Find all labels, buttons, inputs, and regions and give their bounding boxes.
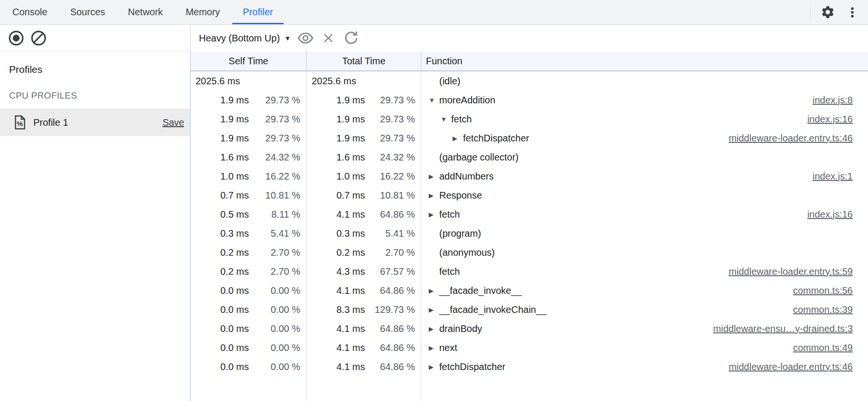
total-time-percent: 16.22 % <box>365 171 421 182</box>
source-link[interactable]: index.js:8 <box>813 95 868 106</box>
table-row[interactable]: 0.0 ms 0.00 % 4.1 ms 64.86 % ▶ next comm… <box>191 338 868 357</box>
table-row[interactable]: 0.5 ms 8.11 % 4.1 ms 64.86 % ▶ fetch ind… <box>191 205 868 224</box>
expand-collapse-icon[interactable]: ▶ <box>429 192 439 199</box>
self-time-ms: 0.5 ms <box>191 209 249 220</box>
profile-data-grid: Self Time Total Time Function 2025.6 ms … <box>190 51 868 401</box>
table-row[interactable]: 2025.6 ms 2025.6 ms (idle) <box>191 71 868 90</box>
column-header-self-time[interactable]: Self Time <box>191 51 307 70</box>
expand-collapse-icon[interactable]: ▶ <box>453 135 463 142</box>
source-link[interactable]: middleware-ensu…y-drained.ts:3 <box>713 323 868 334</box>
total-time-percent: 29.73 % <box>365 95 421 106</box>
tab-sources[interactable]: Sources <box>59 0 115 24</box>
source-link[interactable]: common.ts:49 <box>793 342 868 353</box>
save-profile-link[interactable]: Save <box>162 117 184 128</box>
total-time-percent: 64.86 % <box>365 285 421 296</box>
expand-collapse-icon[interactable]: ▶ <box>429 306 439 313</box>
table-row[interactable]: 0.0 ms 0.00 % 8.3 ms 129.73 % ▶ __facade… <box>191 300 868 319</box>
column-header-total-time[interactable]: Total Time <box>307 51 422 70</box>
preview-eye-icon[interactable] <box>297 30 314 46</box>
sidebar-item-profile-1[interactable]: % Profile 1 Save <box>0 109 190 136</box>
expand-collapse-icon[interactable]: ▼ <box>429 97 439 104</box>
table-row[interactable]: 1.9 ms 29.73 % 1.9 ms 29.73 % ▶ fetchDis… <box>191 129 868 148</box>
self-time-percent: 0.00 % <box>249 342 306 353</box>
table-row[interactable]: 0.3 ms 5.41 % 0.3 ms 5.41 % (program) <box>191 224 868 243</box>
source-link[interactable]: middleware-loader.entry.ts:46 <box>729 361 868 372</box>
table-row[interactable]: 1.6 ms 24.32 % 1.6 ms 24.32 % (garbage c… <box>191 148 868 167</box>
record-icon[interactable] <box>8 30 24 46</box>
table-row[interactable]: 1.0 ms 16.22 % 1.0 ms 16.22 % ▶ addNumbe… <box>191 167 868 186</box>
tab-profiler[interactable]: Profiler <box>232 0 283 24</box>
self-time-cell: 0.5 ms 8.11 % <box>191 205 307 224</box>
source-link[interactable]: index.js:16 <box>807 209 868 220</box>
profiler-main: Profiles CPU PROFILES % Profile 1 Save S… <box>0 51 868 401</box>
total-time-cell: 4.1 ms 64.86 % <box>307 281 422 300</box>
self-time-percent: 0.00 % <box>249 285 306 296</box>
self-time-ms: 0.7 ms <box>191 190 249 201</box>
reload-icon[interactable] <box>343 30 359 46</box>
expand-collapse-icon[interactable]: ▶ <box>429 211 439 218</box>
clear-icon[interactable] <box>30 30 47 46</box>
function-cell: ▶ drainBody middleware-ensu…y-drained.ts… <box>422 319 868 338</box>
self-time-ms: 2025.6 ms <box>191 76 240 87</box>
column-header-function[interactable]: Function <box>422 51 868 70</box>
self-time-percent: 0.00 % <box>249 304 306 315</box>
table-row[interactable]: 0.0 ms 0.00 % 4.1 ms 64.86 % ▶ fetchDisp… <box>191 357 868 376</box>
function-name: (idle) <box>439 76 460 87</box>
function-name: moreAddition <box>439 95 495 106</box>
table-row[interactable]: 0.2 ms 2.70 % 4.3 ms 67.57 % fetch middl… <box>191 262 868 281</box>
table-row[interactable]: 0.2 ms 2.70 % 0.2 ms 2.70 % (anonymous) <box>191 243 868 262</box>
tab-strip: ConsoleSourcesNetworkMemoryProfiler <box>0 0 285 24</box>
tab-console[interactable]: Console <box>2 0 58 24</box>
function-name: fetchDispatcher <box>439 361 505 372</box>
self-time-cell: 0.0 ms 0.00 % <box>191 338 307 357</box>
table-row[interactable]: 0.7 ms 10.81 % 0.7 ms 10.81 % ▶ Response <box>191 186 868 205</box>
table-row[interactable]: 1.9 ms 29.73 % 1.9 ms 29.73 % ▼ moreAddi… <box>191 90 868 110</box>
self-time-ms: 1.0 ms <box>191 171 249 182</box>
expand-collapse-icon[interactable]: ▶ <box>429 363 439 371</box>
expand-collapse-icon[interactable]: ▶ <box>429 287 439 294</box>
expand-collapse-icon[interactable]: ▼ <box>441 116 451 123</box>
total-time-ms: 4.1 ms <box>307 323 365 334</box>
function-cell: (idle) <box>422 71 868 90</box>
function-name: __facade_invoke__ <box>439 285 522 296</box>
self-time-ms: 1.9 ms <box>191 95 249 106</box>
total-time-percent: 67.57 % <box>365 266 421 277</box>
expand-collapse-icon[interactable]: ▶ <box>429 325 439 332</box>
table-row[interactable]: 0.0 ms 0.00 % 4.1 ms 64.86 % ▶ drainBody… <box>191 319 868 338</box>
self-time-cell: 0.3 ms 5.41 % <box>191 224 307 243</box>
delete-x-icon[interactable] <box>320 30 336 46</box>
source-link[interactable]: middleware-loader.entry.ts:59 <box>729 266 868 277</box>
total-time-percent: 10.81 % <box>365 190 421 201</box>
settings-gear-icon[interactable] <box>819 4 836 20</box>
function-cell: ▶ fetchDispatcher middleware-loader.entr… <box>422 357 868 376</box>
function-cell: fetch middleware-loader.entry.ts:59 <box>422 262 868 281</box>
total-time-percent: 5.41 % <box>365 228 421 239</box>
table-row[interactable]: 0.0 ms 0.00 % 4.1 ms 64.86 % ▶ __facade_… <box>191 281 868 300</box>
self-time-cell: 1.6 ms 24.32 % <box>191 148 307 167</box>
self-time-percent: 29.73 % <box>249 114 306 125</box>
view-mode-dropdown[interactable]: Heavy (Bottom Up) ▼ <box>199 33 291 44</box>
function-name: fetch <box>439 266 460 277</box>
profiles-heading: Profiles <box>0 51 190 75</box>
table-row[interactable]: 1.9 ms 29.73 % 1.9 ms 29.73 % ▼ fetch in… <box>191 110 868 129</box>
expand-collapse-icon[interactable]: ▶ <box>429 173 439 180</box>
total-time-ms: 4.1 ms <box>307 342 365 353</box>
more-vertical-icon[interactable] <box>844 4 860 20</box>
source-link[interactable]: common.ts:56 <box>793 285 868 296</box>
self-time-cell: 0.0 ms 0.00 % <box>191 281 307 300</box>
function-name: fetch <box>439 209 460 220</box>
source-link[interactable]: middleware-loader.entry.ts:46 <box>729 133 868 144</box>
expand-collapse-icon[interactable]: ▶ <box>429 344 439 351</box>
total-time-cell: 4.1 ms 64.86 % <box>307 319 422 338</box>
total-time-cell: 1.9 ms 29.73 % <box>307 110 422 129</box>
tab-memory[interactable]: Memory <box>175 0 230 24</box>
function-cell: ▼ fetch index.js:16 <box>422 110 868 129</box>
source-link[interactable]: index.js:16 <box>807 114 868 125</box>
source-link[interactable]: index.js:1 <box>813 171 868 182</box>
self-time-cell: 1.0 ms 16.22 % <box>191 167 307 186</box>
tab-network[interactable]: Network <box>118 0 173 24</box>
total-time-ms: 1.9 ms <box>307 114 365 125</box>
source-link[interactable]: common.ts:39 <box>793 304 868 315</box>
self-time-ms: 0.0 ms <box>191 304 249 315</box>
total-time-cell: 1.9 ms 29.73 % <box>307 90 422 110</box>
